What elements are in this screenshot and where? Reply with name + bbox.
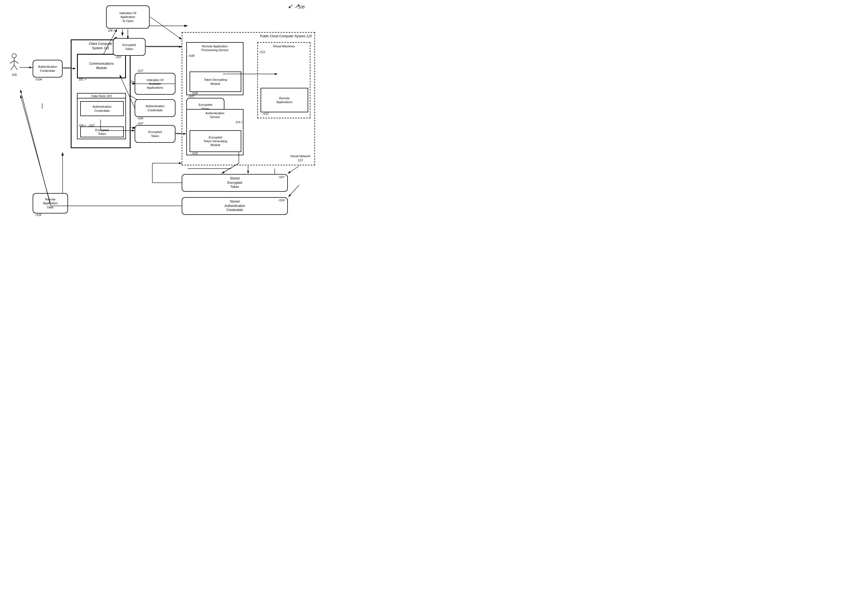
- virtual-machines-box: Virtual Machines ↗111 RemoteApplications…: [257, 42, 310, 118]
- auth-creds-store-box: AuthenticationCredentials: [80, 101, 124, 116]
- encrypted-token-store-box: EncryptedToken: [80, 127, 124, 137]
- remote-app-data-box: RemoteApplicationData ↗116: [33, 193, 68, 214]
- client-computer-system-box: Client ComputerSystem 101 Communications…: [71, 40, 131, 148]
- svg-point-20: [12, 53, 16, 58]
- user-ref: 105: [8, 73, 20, 76]
- svg-line-25: [14, 65, 17, 70]
- stored-encrypted-token-box: StoredEncryptedToken ↗107: [182, 174, 288, 192]
- remote-app-provisioning-box: Remote ApplicationProvisioning Service ↗…: [186, 42, 243, 95]
- user-figure: 105: [8, 53, 20, 76]
- encrypted-token-top-box: EncryptedToken ↗107: [113, 38, 145, 56]
- rap-label: Remote ApplicationProvisioning Service: [201, 44, 229, 52]
- token-decrypting-module-box: Token DecryptingModule ↗109: [189, 72, 241, 92]
- stick-figure-svg: [8, 53, 20, 72]
- public-cloud-box: Public Cloud Computer System 110 Remote …: [182, 32, 315, 165]
- svg-line-44: [20, 95, 50, 203]
- auth-creds-middle-box: AuthenticationCredentials ↗104: [135, 99, 175, 117]
- svg-line-22: [10, 61, 14, 63]
- public-cloud-label: Public Cloud Computer System 110: [260, 34, 312, 39]
- indication-available-apps-box: Indication OfAvailableApplications ↗117: [135, 73, 175, 95]
- vm-label: Virtual Machines: [273, 44, 295, 48]
- authentication-service-box: AuthenticationService 114↗ EncryptedToke…: [186, 109, 243, 155]
- encrypted-token-generating-box: EncryptedToken GeneratingModule ↗115: [189, 130, 241, 152]
- client-label: Client ComputerSystem 101: [89, 42, 113, 50]
- svg-line-33: [176, 79, 182, 84]
- svg-line-23: [14, 61, 18, 63]
- stored-auth-creds-box: StoredAuthenticationCredentials ↗104: [182, 197, 288, 215]
- data-store-label: Data Store 103: [78, 93, 125, 98]
- virtual-network-label: Virtual Network113: [290, 154, 310, 162]
- swirl-decoration: ↙ ↗: [288, 3, 299, 10]
- data-store-box: Data Store 103 AuthenticationCredentials…: [77, 93, 126, 139]
- auth-service-label: AuthenticationService: [205, 111, 224, 119]
- svg-line-46: [20, 90, 50, 206]
- encrypted-token-bottom-left-box: EncryptedToken ↗107: [135, 125, 175, 143]
- figure-ref: 105: [298, 5, 305, 9]
- svg-line-24: [11, 65, 14, 70]
- svg-line-43: [288, 185, 299, 197]
- svg-line-42: [288, 166, 299, 174]
- diagram: 105 ↙ ↗ 105 AuthenticationCredentials ↗1…: [0, 0, 326, 226]
- indication-app-open-box: Indication OfApplicationTo Open 106↗: [106, 5, 149, 29]
- auth-creds-user-box: AuthenticationCredentials ↗104: [33, 60, 63, 78]
- remote-applications-box: RemoteApplications ↗112: [261, 88, 308, 112]
- svg-line-31: [150, 17, 182, 40]
